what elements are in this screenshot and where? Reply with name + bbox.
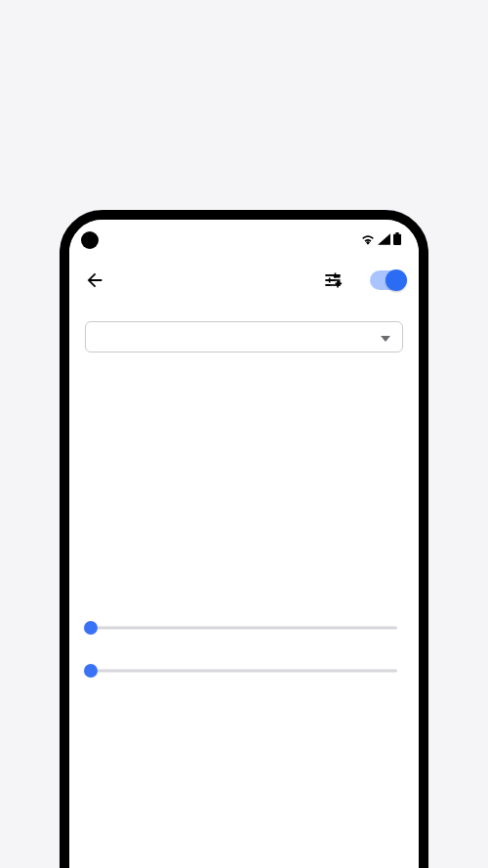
svg-rect-0 bbox=[326, 274, 341, 276]
battery-icon bbox=[393, 232, 401, 248]
phone-screen bbox=[69, 220, 419, 868]
chevron-down-icon bbox=[381, 336, 390, 342]
svg-rect-4 bbox=[329, 278, 331, 283]
equalizer-toggle[interactable] bbox=[370, 270, 405, 290]
arrow-back-icon bbox=[84, 269, 105, 291]
status-bar bbox=[69, 220, 419, 255]
slider-thumb bbox=[84, 664, 98, 678]
preset-dropdown[interactable] bbox=[85, 321, 403, 352]
slider-thumb bbox=[84, 621, 98, 635]
virtualizer-slider[interactable] bbox=[91, 663, 397, 679]
slider-track bbox=[91, 627, 397, 630]
bass-boost-section bbox=[85, 620, 403, 636]
promo-headline bbox=[0, 0, 488, 54]
status-left bbox=[81, 231, 108, 249]
signal-icon bbox=[378, 233, 390, 248]
back-button[interactable] bbox=[83, 269, 106, 292]
content-area bbox=[69, 302, 419, 679]
app-bar bbox=[69, 255, 419, 302]
eq-sliders bbox=[89, 395, 399, 581]
camera-cutout bbox=[81, 231, 99, 249]
virtualizer-section bbox=[85, 663, 403, 679]
phone-frame bbox=[60, 210, 428, 868]
bass-boost-slider[interactable] bbox=[91, 620, 397, 636]
toggle-thumb bbox=[386, 269, 407, 291]
wifi-icon bbox=[361, 233, 375, 248]
status-right bbox=[361, 232, 401, 248]
svg-rect-5 bbox=[337, 283, 339, 288]
svg-rect-1 bbox=[326, 279, 341, 281]
settings-tune-button[interactable] bbox=[321, 269, 345, 292]
svg-rect-3 bbox=[335, 273, 337, 278]
slider-track bbox=[91, 670, 397, 673]
equalizer-bands bbox=[85, 382, 403, 593]
tune-icon bbox=[323, 270, 343, 290]
